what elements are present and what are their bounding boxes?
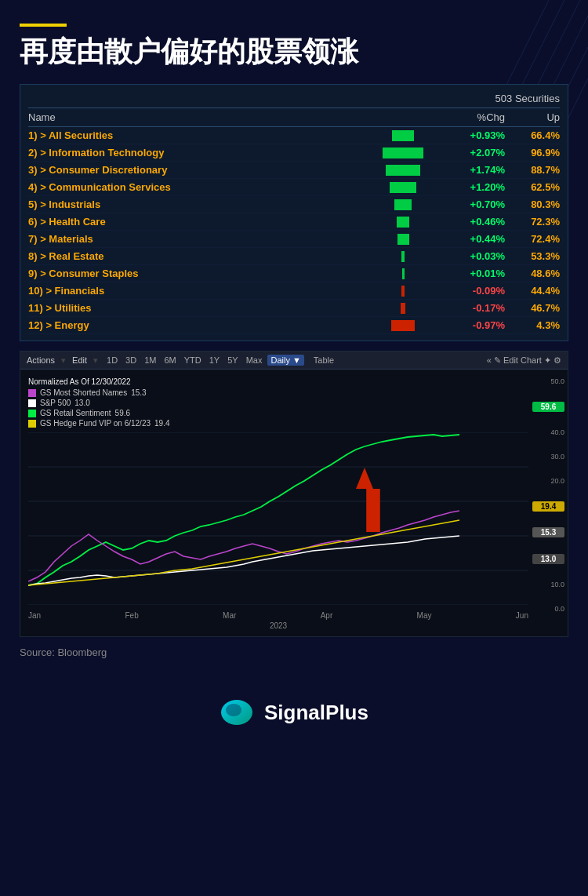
table-row: 5) > Industrials+0.70%80.3% bbox=[28, 196, 560, 213]
col-bar-header bbox=[364, 111, 442, 123]
row-pct-5: +0.46% bbox=[442, 216, 505, 228]
row-pct-3: +1.20% bbox=[442, 181, 505, 193]
legend-dot-3 bbox=[28, 420, 36, 428]
row-pct-2: +1.74% bbox=[442, 164, 505, 176]
chart-right: 50.0 59.6 40.0 30.0 20.0 19.4 15.3 13.0 … bbox=[532, 370, 568, 636]
row-up-1: 96.9% bbox=[505, 147, 560, 158]
table-row: 3) > Consumer Discretionary+1.74%88.7% bbox=[28, 162, 560, 179]
row-bar-6 bbox=[364, 234, 442, 245]
table-row: 10) > Financials-0.09%44.4% bbox=[28, 282, 560, 300]
x-labels: Jan Feb Mar Apr May Jun bbox=[28, 608, 528, 620]
time-5y[interactable]: 5Y bbox=[225, 355, 240, 366]
table-row: 4) > Communication Services+1.20%62.5% bbox=[28, 179, 560, 196]
time-1d[interactable]: 1D bbox=[104, 355, 120, 366]
legend-value-0: 15.3 bbox=[131, 388, 146, 397]
source-text: Source: Bloomberg bbox=[20, 647, 568, 658]
legend-title: Normalized As Of 12/30/2022 bbox=[28, 377, 528, 386]
col-up-header: Up bbox=[505, 111, 560, 123]
row-pct-4: +0.70% bbox=[442, 199, 505, 210]
time-max[interactable]: Max bbox=[244, 355, 265, 366]
row-pct-7: +0.03% bbox=[442, 250, 505, 262]
svg-point-15 bbox=[226, 704, 241, 716]
row-bar-9 bbox=[364, 286, 442, 297]
row-up-9: 44.4% bbox=[505, 285, 560, 297]
row-up-4: 80.3% bbox=[505, 199, 560, 210]
row-bar-0 bbox=[364, 130, 442, 141]
row-pct-10: -0.17% bbox=[442, 302, 505, 314]
col-pct-header: %Chg bbox=[442, 111, 505, 123]
table-row: 9) > Consumer Staples+0.01%48.6% bbox=[28, 265, 560, 282]
edit-btn[interactable]: Edit bbox=[72, 355, 87, 365]
legend-item-0: GS Most Shorted Names 15.3 bbox=[28, 388, 528, 397]
table-row: 7) > Materials+0.44%72.4% bbox=[28, 231, 560, 248]
legend-value-1: 13.0 bbox=[74, 399, 89, 407]
row-pct-1: +2.07% bbox=[442, 147, 505, 158]
legend-dot-2 bbox=[28, 410, 36, 417]
legend-label-1: S&P 500 bbox=[40, 399, 71, 407]
row-bar-11 bbox=[364, 320, 442, 331]
badge-yellow: 19.4 bbox=[532, 501, 564, 512]
edit-chart-btn[interactable]: « ✎ Edit Chart ✦ ⚙ bbox=[487, 355, 561, 366]
chart-year: 2023 bbox=[28, 620, 528, 630]
row-pct-11: -0.97% bbox=[442, 319, 505, 331]
time-buttons: 1D 3D 1M 6M YTD 1Y 5Y Max Daily ▼ bbox=[104, 355, 304, 366]
row-up-0: 66.4% bbox=[505, 129, 560, 141]
row-bar-10 bbox=[364, 303, 442, 314]
y-20: 20.0 bbox=[532, 477, 564, 485]
badge-gray-2: 13.0 bbox=[532, 554, 564, 564]
row-bar-4 bbox=[364, 199, 442, 210]
table-row: 11) > Utilities-0.17%46.7% bbox=[28, 300, 560, 317]
table-body: 1) > All Securities+0.93%66.4%2) > Infor… bbox=[28, 127, 560, 334]
row-name-7: 8) > Real Estate bbox=[28, 250, 364, 262]
row-name-8: 9) > Consumer Staples bbox=[28, 268, 364, 279]
row-pct-0: +0.93% bbox=[442, 129, 505, 141]
securities-count: 503 Securities bbox=[495, 93, 560, 104]
time-1m[interactable]: 1M bbox=[142, 355, 158, 366]
legend-dot-0 bbox=[28, 389, 36, 397]
legend-label-2: GS Retail Sentiment bbox=[40, 409, 111, 417]
svg-rect-13 bbox=[366, 489, 380, 532]
time-ytd[interactable]: YTD bbox=[182, 355, 204, 366]
row-up-7: 53.3% bbox=[505, 250, 560, 262]
table-row: 8) > Real Estate+0.03%53.3% bbox=[28, 248, 560, 265]
time-3d[interactable]: 3D bbox=[123, 355, 139, 366]
chart-legend: Normalized As Of 12/30/2022 GS Most Shor… bbox=[28, 377, 528, 428]
table-row: 1) > All Securities+0.93%66.4% bbox=[28, 127, 560, 144]
x-may: May bbox=[417, 611, 432, 620]
y-50: 50.0 bbox=[532, 377, 564, 385]
legend-item-2: GS Retail Sentiment 59.6 bbox=[28, 409, 528, 417]
row-bar-3 bbox=[364, 182, 442, 193]
chart-svg bbox=[28, 432, 528, 605]
chart-body: Normalized As Of 12/30/2022 GS Most Shor… bbox=[20, 370, 568, 636]
badge-gray-1: 15.3 bbox=[532, 527, 564, 537]
row-name-0: 1) > All Securities bbox=[28, 129, 364, 141]
legend-dot-1 bbox=[28, 399, 36, 407]
legend-item-3: GS Hedge Fund VIP on 6/12/23 19.4 bbox=[28, 419, 528, 428]
row-up-6: 72.4% bbox=[505, 233, 560, 245]
row-name-10: 11) > Utilities bbox=[28, 302, 364, 314]
row-bar-2 bbox=[364, 165, 442, 176]
signalplus-logo-icon bbox=[220, 697, 255, 727]
row-up-3: 62.5% bbox=[505, 181, 560, 193]
legend-value-2: 59.6 bbox=[115, 409, 130, 417]
svg-marker-12 bbox=[356, 468, 373, 489]
title-bar bbox=[20, 24, 67, 27]
title-section: 再度由散户偏好的股票领涨 bbox=[20, 24, 568, 68]
row-name-3: 4) > Communication Services bbox=[28, 181, 364, 193]
actions-btn[interactable]: Actions bbox=[27, 355, 55, 365]
row-pct-9: -0.09% bbox=[442, 285, 505, 297]
x-jan: Jan bbox=[28, 611, 41, 620]
row-pct-8: +0.01% bbox=[442, 268, 505, 279]
time-daily[interactable]: Daily ▼ bbox=[267, 355, 303, 366]
y-30: 30.0 bbox=[532, 453, 564, 461]
time-6m[interactable]: 6M bbox=[162, 355, 178, 366]
x-apr: Apr bbox=[321, 611, 333, 620]
legend-item-1: S&P 500 13.0 bbox=[28, 399, 528, 407]
chart-toolbar: Actions ▾ Edit ▾ 1D 3D 1M 6M YTD 1Y 5Y M… bbox=[20, 351, 568, 370]
x-mar: Mar bbox=[223, 611, 236, 620]
footer: SignalPlus bbox=[20, 682, 568, 743]
table-btn[interactable]: Table bbox=[314, 355, 334, 365]
time-1y[interactable]: 1Y bbox=[207, 355, 222, 366]
row-pct-6: +0.44% bbox=[442, 233, 505, 245]
col-name-header: Name bbox=[28, 111, 364, 123]
